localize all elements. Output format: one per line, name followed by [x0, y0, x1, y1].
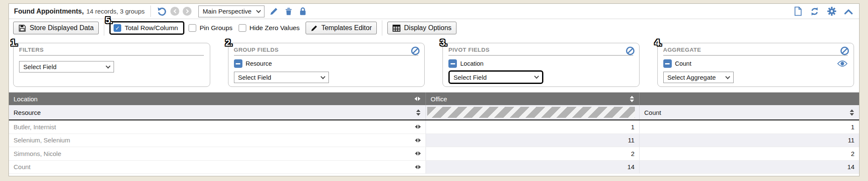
pivot-field-chip: Location [448, 59, 633, 68]
move-left-right-icon[interactable] [415, 97, 420, 101]
edit-perspective-icon[interactable] [270, 7, 278, 16]
aggregate-select[interactable]: Select Aggregate [663, 72, 734, 83]
resource-header-label: Resource [14, 109, 416, 116]
page-title: Found Appointments, [14, 8, 84, 15]
settings-gear-icon[interactable] [827, 6, 837, 16]
pivot-fields-select-value: Select Field [453, 74, 487, 81]
office-value-cell: 2 [426, 147, 639, 160]
count-value-cell: 2 [639, 147, 859, 160]
clear-group-fields-ban-icon[interactable] [411, 46, 420, 56]
templates-editor-label: Templates Editor [321, 24, 372, 32]
remove-field-minus-icon[interactable] [448, 59, 457, 68]
display-options-button[interactable]: Display Options [387, 22, 456, 34]
move-left-right-icon[interactable] [415, 138, 421, 142]
filters-panel-title: FILTERS [19, 47, 204, 56]
divider [104, 20, 104, 36]
chevron-down-icon [106, 64, 110, 68]
aggregate-panel: 4. AGGREGATE Count Select Aggregate [657, 43, 854, 87]
row-label-cell: Count [9, 161, 426, 174]
field-panels: 1. FILTERS Select Field 2. GROUP FIELDS … [9, 37, 859, 87]
hide-zero-values-checkbox[interactable]: Hide Zero Values [239, 24, 300, 32]
group-fields-panel-title: GROUP FIELDS [234, 47, 419, 56]
pivot-table: Location Office Resource Count [9, 92, 859, 174]
store-displayed-data-button[interactable]: Store Displayed Data [13, 22, 99, 34]
value-header-count[interactable]: Count [639, 105, 859, 120]
group-fields-select-value: Select Field [238, 74, 271, 81]
checkbox-unchecked-icon[interactable] [239, 24, 246, 32]
office-value-cell: 11 [426, 134, 639, 147]
group-field-chip: Resource [234, 59, 419, 68]
divider [382, 20, 382, 36]
prev-perspective-icon[interactable] [170, 7, 179, 16]
visibility-eye-icon[interactable] [837, 60, 848, 67]
row-label-cell: Simmons, Nicole [9, 147, 426, 160]
table-row: Selenium, Selenium 11 11 [9, 134, 859, 148]
annotation-box-total-row: 5. ✓ Total Row/Column [109, 21, 184, 35]
sort-icon[interactable] [850, 109, 854, 116]
pin-groups-checkbox[interactable]: Pin Groups [189, 24, 233, 32]
remove-field-minus-icon[interactable] [663, 59, 672, 68]
collapse-panel-icon[interactable] [844, 8, 853, 15]
table-row: Butler, Internist 1 1 [9, 120, 859, 134]
group-fields-select[interactable]: Select Field [234, 72, 329, 83]
toolbar-actions: Store Displayed Data 5. ✓ Total Row/Colu… [9, 19, 859, 37]
hide-zero-values-label: Hide Zero Values [250, 24, 300, 32]
count-value-cell: 11 [639, 134, 859, 147]
sort-icon[interactable] [630, 96, 634, 102]
clear-pivot-fields-ban-icon[interactable] [626, 46, 635, 56]
chevron-down-icon [534, 74, 539, 78]
checkbox-unchecked-icon[interactable] [189, 24, 196, 32]
clear-aggregate-ban-icon[interactable] [840, 46, 849, 56]
table-row: Simmons, Nicole 2 2 [9, 147, 859, 161]
display-options-label: Display Options [404, 24, 451, 32]
group-fields-panel: 2. GROUP FIELDS Resource Select Field [228, 43, 425, 87]
pivot-column-header-location[interactable]: Location [9, 92, 426, 105]
row-label: Butler, Internist [14, 123, 415, 131]
undo-icon[interactable] [157, 6, 167, 17]
hatched-stripes [427, 107, 635, 118]
pivot-analysis-screen: { "colors": { "accent": "#4c7fbd", "head… [0, 0, 868, 181]
row-group-header-resource[interactable]: Resource [9, 105, 426, 120]
divider [150, 6, 151, 17]
move-left-right-icon[interactable] [415, 125, 421, 129]
annotation-5: 5. [105, 16, 112, 25]
pivot-header-row: Location Office [9, 92, 859, 105]
annotation-3: 3. [440, 38, 447, 47]
annotation-1: 1. [11, 38, 17, 47]
delete-perspective-icon[interactable] [284, 7, 293, 16]
filters-field-select[interactable]: Select Field [19, 61, 114, 72]
save-icon [18, 24, 26, 32]
pivot-fields-panel: 3. PIVOT FIELDS Location Select Field [442, 43, 640, 87]
row-group-header-row: Resource Count [9, 105, 859, 120]
move-left-right-icon[interactable] [415, 165, 421, 169]
count-header-label: Count [644, 109, 850, 116]
row-label-cell: Selenium, Selenium [9, 134, 426, 147]
aggregate-panel-title: AGGREGATE [663, 47, 848, 56]
templates-editor-button[interactable]: Templates Editor [306, 22, 377, 34]
perspective-value: Main Perspective [203, 8, 251, 15]
row-label: Simmons, Nicole [14, 150, 415, 157]
record-summary: 14 records, 3 groups [86, 8, 145, 15]
column-group-header-office[interactable]: Office [426, 92, 639, 105]
sort-icon[interactable] [416, 109, 420, 116]
perspective-select[interactable]: Main Perspective [198, 6, 264, 17]
office-value-cell: 14 [426, 161, 639, 174]
refresh-icon[interactable] [810, 6, 820, 17]
pivot-fields-select[interactable]: Select Field [448, 70, 543, 84]
total-row-column-checkbox[interactable]: ✓ Total Row/Column [114, 24, 178, 32]
remove-field-minus-icon[interactable] [234, 59, 242, 68]
move-left-right-icon[interactable] [415, 151, 421, 156]
chevron-right-icon [184, 9, 189, 14]
pivot-fields-panel-title: PIVOT FIELDS [448, 47, 633, 56]
lock-perspective-icon[interactable] [299, 7, 307, 16]
app-window: Found Appointments, 14 records, 3 groups… [8, 3, 860, 176]
checkbox-checked-icon[interactable]: ✓ [114, 24, 121, 32]
filters-panel: 1. FILTERS Select Field [13, 43, 210, 87]
next-perspective-icon[interactable] [183, 7, 192, 16]
annotation-4: 4. [655, 38, 662, 47]
store-button-label: Store Displayed Data [30, 24, 94, 32]
new-document-icon[interactable] [793, 6, 802, 16]
count-value-cell: 1 [639, 120, 859, 134]
count-value-cell: 14 [639, 161, 859, 174]
pivot-placeholder-cell [426, 105, 639, 120]
